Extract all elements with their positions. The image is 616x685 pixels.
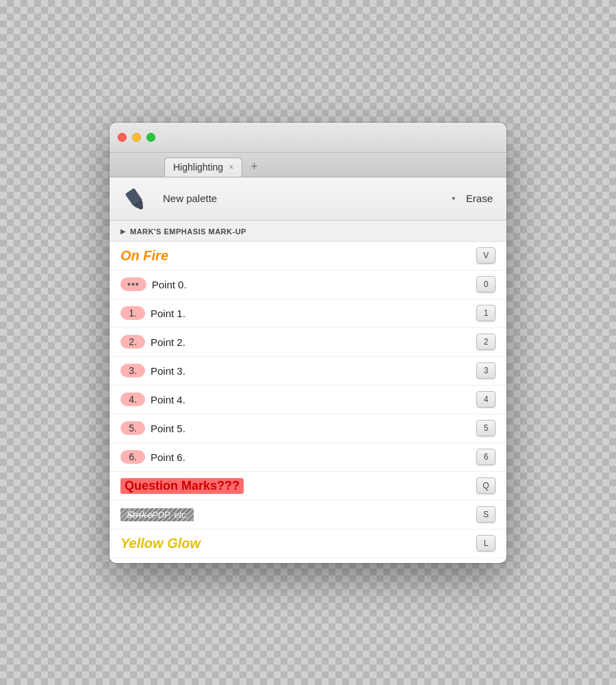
yellow-glow-content: Yellow Glow [120,536,476,551]
list-item: S̶t̶r̶i̶k̶e̶PDP, etc. S [110,501,506,530]
tab-close-icon[interactable]: × [229,163,233,171]
erase-button[interactable]: Erase [461,190,498,207]
point1-bubble: 1. [120,306,145,320]
list-item: 6. Point 6. 6 [110,443,506,472]
toolbar-center: New palette [157,190,446,207]
shortcut-button-l[interactable]: L [476,535,496,551]
point2-label: Point 2. [151,336,185,348]
titlebar [110,123,506,153]
point2-bubble: 2. [120,335,145,349]
shortcut-button-1[interactable]: 1 [476,305,496,321]
point3-label: Point 3. [151,365,185,377]
point3-content: 3. Point 3. [120,364,476,377]
maximize-button[interactable] [146,133,155,142]
section-title: MARK'S EMPHASIS MARK-UP [130,227,246,236]
list-item: 4. Point 4. 4 [110,386,506,414]
shortcut-button-4[interactable]: 4 [476,391,496,408]
list-item: 5. Point 5. 5 [110,414,506,443]
list-item: 3. Point 3. 3 [110,357,506,386]
close-button[interactable] [118,133,127,142]
dropdown-arrow-icon[interactable]: ▾ [452,195,455,202]
point6-bubble: 6. [120,450,145,464]
point4-bubble: 4. [120,393,145,406]
question-marks-content: Question Marks??? [120,478,476,494]
point-dots-bubble: ••• [120,277,146,291]
list-item: 2. Point 2. 2 [110,328,506,357]
point4-content: 4. Point 4. [120,393,476,406]
strikethrough-content: S̶t̶r̶i̶k̶e̶PDP, etc. [120,508,476,521]
shortcut-button-q[interactable]: Q [476,477,496,494]
section-header: ▶ MARK'S EMPHASIS MARK-UP [110,221,506,242]
point5-bubble: 5. [120,421,145,435]
shortcut-button-5[interactable]: 5 [476,420,496,436]
add-tab-button[interactable]: + [245,158,264,177]
point2-content: 2. Point 2. [120,335,476,349]
shortcut-button-0[interactable]: 0 [476,276,496,292]
on-fire-label: On Fire [120,248,168,264]
point1-content: 1. Point 1. [120,306,476,320]
point5-content: 5. Point 5. [120,421,476,435]
question-marks-label: Question Marks??? [120,478,244,494]
list-item: 1. Point 1. 1 [110,299,506,328]
point6-label: Point 6. [151,451,185,463]
list-item: Question Marks??? Q [110,472,506,501]
list-item: Yellow Glow L [110,530,506,558]
shortcut-button-3[interactable]: 3 [476,362,496,379]
minimize-button[interactable] [132,133,141,142]
strikethrough-label: S̶t̶r̶i̶k̶e̶PDP, etc. [120,508,194,521]
shortcut-button-6[interactable]: 6 [476,449,496,465]
highlighter-svg [121,185,149,212]
point0-content: ••• Point 0. [120,277,476,291]
point5-label: Point 5. [151,423,185,434]
content-area: ▶ MARK'S EMPHASIS MARK-UP On Fire V ••• … [110,221,506,563]
section-collapse-arrow[interactable]: ▶ [120,227,126,235]
list-item: ••• Point 0. 0 [110,271,506,299]
point6-content: 6. Point 6. [120,450,476,464]
point0-label: Point 0. [152,279,187,290]
shortcut-button-v[interactable]: V [476,247,496,264]
tabbar: Highlighting × + [110,153,506,177]
list-item: On Fire V [110,242,506,271]
shortcut-button-2[interactable]: 2 [476,334,496,350]
highlighter-icon [118,182,152,216]
shortcut-button-s[interactable]: S [476,506,496,523]
yellow-glow-label: Yellow Glow [120,536,201,551]
new-palette-button[interactable]: New palette [157,190,222,207]
main-window: Highlighting × + New palette ▾ Erase [110,123,506,563]
point4-label: Point 4. [151,394,185,406]
on-fire-content: On Fire [120,248,476,264]
traffic-lights [118,133,155,142]
point3-bubble: 3. [120,364,145,377]
tab-label: Highlighting [173,162,223,173]
toolbar: New palette ▾ Erase [110,177,506,221]
tab-highlighting[interactable]: Highlighting × [164,158,242,177]
point1-label: Point 1. [151,308,185,319]
